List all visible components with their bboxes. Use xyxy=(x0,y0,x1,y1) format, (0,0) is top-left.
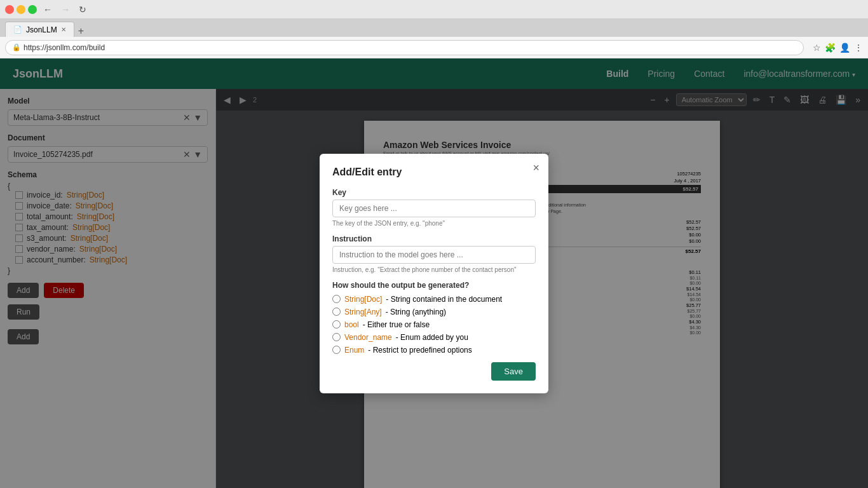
account-icon[interactable]: 👤 xyxy=(839,43,850,53)
instruction-hint: Instruction, e.g. "Extract the phone num… xyxy=(332,266,536,273)
back-button[interactable]: ← xyxy=(41,3,55,16)
tab-title: JsonLLM xyxy=(26,25,57,34)
radio-option-enum[interactable]: Enum - Restrict to predefined options xyxy=(332,346,536,355)
radio-option-string-any[interactable]: String[Any] - String (anything) xyxy=(332,308,536,316)
radio-vendor-name[interactable] xyxy=(332,333,341,341)
modal-close-button[interactable]: × xyxy=(532,161,539,175)
instruction-input[interactable] xyxy=(332,246,536,264)
window-maximize-button[interactable] xyxy=(28,5,37,14)
extensions-icon[interactable]: 🧩 xyxy=(825,43,836,53)
radio-option-vendor-name[interactable]: Vendor_name - Enum added by you xyxy=(332,333,536,342)
radio-string-doc[interactable] xyxy=(332,295,341,303)
key-field-label: Key xyxy=(332,188,536,197)
radio-option-string-doc[interactable]: String[Doc] - String contained in the do… xyxy=(332,295,536,304)
bookmark-icon[interactable]: ☆ xyxy=(813,43,821,53)
modal-overlay[interactable]: Add/Edit entry × Key The key of the JSON… xyxy=(0,58,868,488)
window-close-button[interactable] xyxy=(5,5,14,14)
url-text: https://jsonllm.com/build xyxy=(24,43,105,52)
window-minimize-button[interactable] xyxy=(17,5,25,14)
new-tab-button[interactable]: + xyxy=(74,25,88,37)
tab-favicon: 📄 xyxy=(13,25,22,34)
lock-icon: 🔒 xyxy=(12,43,21,51)
save-button[interactable]: Save xyxy=(491,362,536,381)
modal-footer: Save xyxy=(332,362,536,381)
page-wrapper: JsonLLM Build Pricing Contact info@local… xyxy=(0,58,868,488)
reload-button[interactable]: ↻ xyxy=(76,3,89,16)
key-hint: The key of the JSON entry, e.g. "phone" xyxy=(332,220,536,227)
tab-close-button[interactable]: ✕ xyxy=(61,26,66,33)
radio-enum[interactable] xyxy=(332,346,341,354)
browser-bar: ← → ↻ xyxy=(0,0,868,19)
radio-bool[interactable] xyxy=(332,320,341,329)
output-question: How should the output be generated? xyxy=(332,281,536,290)
radio-option-bool[interactable]: bool - Either true or false xyxy=(332,320,536,329)
browser-action-icons: ☆ 🧩 👤 ⋮ xyxy=(813,43,863,53)
output-radio-group: String[Doc] - String contained in the do… xyxy=(332,295,536,355)
key-input[interactable] xyxy=(332,200,536,217)
modal-title: Add/Edit entry xyxy=(332,166,536,178)
window-controls xyxy=(5,5,37,14)
radio-string-any[interactable] xyxy=(332,308,341,316)
tab-bar: 📄 JsonLLM ✕ + xyxy=(0,19,868,37)
forward-button[interactable]: → xyxy=(58,3,72,16)
instruction-field-label: Instruction xyxy=(332,234,536,243)
active-tab[interactable]: 📄 JsonLLM ✕ xyxy=(5,22,74,37)
menu-icon[interactable]: ⋮ xyxy=(854,43,863,53)
address-bar[interactable]: 🔒 https://jsonllm.com/build xyxy=(5,40,804,55)
modal-dialog: Add/Edit entry × Key The key of the JSON… xyxy=(320,154,548,393)
address-bar-row: 🔒 https://jsonllm.com/build ☆ 🧩 👤 ⋮ xyxy=(0,37,868,58)
